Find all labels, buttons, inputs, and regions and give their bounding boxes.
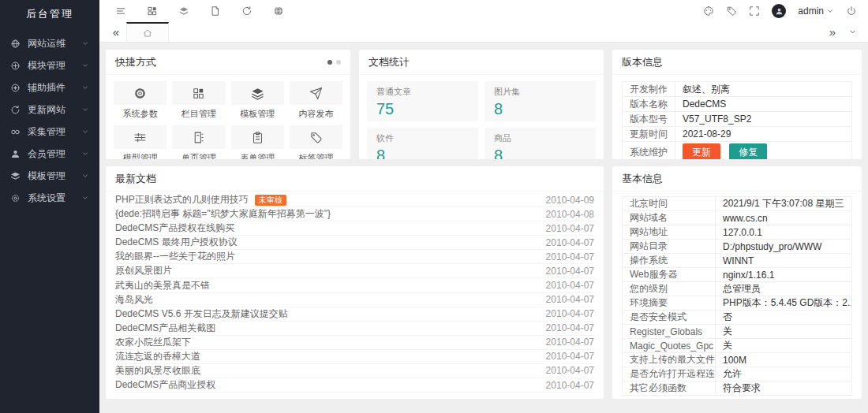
refresh-icon[interactable]	[241, 6, 253, 17]
table-row: 其它必须函数 符合要求	[623, 381, 852, 396]
row-value: 127.0.0.1	[716, 225, 852, 240]
carousel-dots	[327, 60, 341, 65]
status-badge: 未审核	[255, 195, 286, 206]
list-item[interactable]: {dede:招聘启事 标题="织梦大家庭新年招募第一波"} 2010-04-08	[115, 207, 594, 221]
row-label: 更新时间	[623, 127, 675, 142]
chevron-down-icon	[826, 7, 834, 15]
sidebar-item-plugins[interactable]: 辅助插件	[0, 76, 99, 99]
sidebar-item-collect[interactable]: 采集管理	[0, 121, 99, 143]
doc-title[interactable]: DedeCMS 最终用户授权协议	[115, 236, 238, 249]
doc-title[interactable]: DedeCMS产品商业授权	[115, 378, 215, 392]
list-item[interactable]: DedeCMS 最终用户授权协议 2010-04-07	[115, 236, 594, 250]
row-value: nginx/1.16.1	[716, 268, 852, 282]
repair-button[interactable]: 修复	[729, 143, 767, 159]
shortcuts-card: 快捷方式 系统参数 栏目管理	[106, 50, 350, 159]
sidebar-item-site-ops[interactable]: 网站运维	[0, 32, 99, 54]
doc-title[interactable]: 海岛风光	[115, 293, 153, 307]
sidebar-item-label: 模板管理	[28, 169, 81, 183]
table-row: 操作系统 WINNT	[623, 254, 852, 268]
list-item[interactable]: DedeCMS产品商业授权 2010-04-07	[115, 378, 594, 393]
paper-plane-icon	[309, 87, 323, 100]
row-value: 否	[716, 311, 852, 325]
doc-title[interactable]: 原创风景图片	[115, 264, 172, 277]
power-icon[interactable]	[846, 6, 857, 17]
list-item[interactable]: 武夷山的美景真是不错 2010-04-07	[115, 278, 594, 292]
basic-info-table: 北京时间 2021/9/1 下午3:07:08 星期三 网站域名 www.cs.…	[622, 196, 852, 396]
avatar[interactable]	[772, 4, 786, 18]
tag-icon[interactable]	[726, 6, 737, 17]
list-item[interactable]: 流连忘返的香樟大道 2010-04-07	[115, 350, 594, 364]
fullscreen-icon[interactable]	[749, 6, 760, 17]
row-label: 版本名称	[623, 97, 675, 112]
theme-palette-icon[interactable]	[703, 6, 714, 17]
plugin-icon	[10, 83, 21, 93]
carousel-dot-active[interactable]	[327, 60, 332, 65]
sidebar-item-members[interactable]: 会员管理	[0, 143, 99, 165]
gear-icon	[10, 193, 21, 203]
doc-title[interactable]: 农家小院丝瓜架下	[115, 336, 191, 349]
list-item[interactable]: PHP正则表达式的几则使用技巧 未审核 2010-04-09	[115, 193, 594, 207]
doc-title[interactable]: DedeCMS V5.6 开发日志及新建议提交贴	[115, 307, 288, 321]
doc-title[interactable]: PHP正则表达式的几则使用技巧	[115, 193, 249, 206]
chevron-down-icon	[81, 61, 89, 69]
row-value: D:/phpstudy_pro/WWW	[716, 240, 852, 254]
shortcut-template-manage[interactable]: 模板管理	[231, 81, 284, 120]
row-label: 开发制作	[623, 82, 675, 97]
doc-title[interactable]: 武夷山的美景真是不错	[115, 279, 210, 292]
list-item[interactable]: DedeCMS V5.6 开发日志及新建议提交贴 2010-04-07	[115, 307, 594, 322]
list-item[interactable]: 农家小院丝瓜架下 2010-04-07	[115, 336, 594, 350]
doc-title[interactable]: 我的眼界--一些关于花的照片	[115, 250, 235, 263]
sidebar-item-label: 采集管理	[28, 125, 81, 139]
chevron-down-icon	[81, 39, 89, 47]
document-icon[interactable]	[210, 6, 221, 17]
doc-title[interactable]: {dede:招聘启事 标题="织梦大家庭新年招募第一波"}	[115, 207, 331, 221]
layers-icon[interactable]	[178, 6, 189, 17]
page-list-icon	[192, 131, 205, 144]
list-item[interactable]: 海岛风光 2010-04-07	[115, 293, 594, 307]
row-value: 符合要求	[716, 381, 852, 396]
shortcut-column-manage[interactable]: 栏目管理	[172, 81, 225, 120]
shortcut-system-params[interactable]: 系统参数	[114, 81, 166, 120]
grid-add-icon[interactable]	[147, 6, 158, 17]
user-menu[interactable]: admin	[798, 6, 834, 17]
globe-icon[interactable]	[273, 6, 284, 17]
shortcut-tag-manage[interactable]: 标签管理	[290, 125, 342, 159]
update-button[interactable]: 更新	[683, 143, 720, 159]
row-label: 网站目录	[623, 240, 716, 254]
sidebar-item-update-site[interactable]: 更新网站	[0, 99, 99, 121]
doc-title[interactable]: 流连忘返的香樟大道	[115, 350, 200, 363]
shortcut-tile	[172, 81, 225, 105]
grid-add-icon	[192, 87, 205, 100]
list-item[interactable]: 原创风景图片 2010-04-07	[115, 264, 594, 278]
doc-title[interactable]: DedeCMS产品相关截图	[115, 322, 215, 335]
row-label: 系统维护	[623, 142, 675, 160]
sidebar-item-modules[interactable]: 模块管理	[0, 54, 99, 76]
list-item[interactable]: DedeCMS产品授权在线购买 2010-04-07	[115, 221, 594, 236]
gear-icon	[133, 87, 147, 100]
list-item[interactable]: 美丽的风景尽收眼底 2010-04-07	[115, 364, 594, 378]
doc-date: 2010-04-07	[537, 322, 594, 333]
carousel-dot[interactable]	[336, 60, 341, 65]
row-label: Register_Globals	[623, 325, 716, 339]
shortcut-model-manage[interactable]: 模型管理	[114, 125, 166, 159]
shortcut-single-page[interactable]: 单页管理	[172, 125, 225, 159]
sidebar-item-templates[interactable]: 模板管理	[0, 165, 99, 187]
list-item[interactable]: DedeCMS产品相关截图 2010-04-07	[115, 322, 594, 336]
collapse-tabs-icon[interactable]: «	[106, 22, 126, 42]
expand-tabs-icon[interactable]: »	[829, 25, 836, 39]
shortcut-form-manage[interactable]: 表单管理	[231, 125, 284, 159]
chevron-down-icon	[81, 172, 89, 180]
menu-list-icon[interactable]	[115, 6, 126, 17]
table-row: 版本型号 V57_UTF8_SP2	[623, 112, 852, 127]
app-title: 后台管理	[0, 2, 99, 26]
shortcut-content-publish[interactable]: 内容发布	[290, 81, 342, 120]
tab-home[interactable]	[126, 22, 169, 42]
sidebar-item-settings[interactable]: 系统设置	[0, 187, 99, 209]
row-label: 您的级别	[623, 282, 716, 296]
doc-title[interactable]: 美丽的风景尽收眼底	[115, 364, 200, 378]
tab-options-chevron-icon[interactable]	[848, 28, 857, 36]
list-item[interactable]: 我的眼界--一些关于花的照片 2010-04-07	[115, 250, 594, 264]
sidebar-item-label: 网站运维	[28, 37, 81, 50]
shortcut-tile	[290, 81, 342, 105]
doc-title[interactable]: DedeCMS产品授权在线购买	[115, 221, 234, 235]
